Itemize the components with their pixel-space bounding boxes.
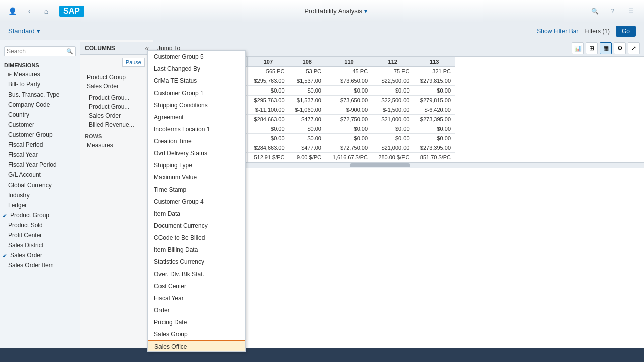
back-icon[interactable]: ‹ bbox=[23, 5, 35, 17]
show-filter-bar-btn[interactable]: Show Filter Bar bbox=[537, 28, 578, 35]
ctx2-item-statistics-currency[interactable]: Statistics Currency bbox=[148, 256, 245, 268]
ctx2-item-creation-time[interactable]: Creation Time bbox=[148, 135, 245, 147]
ctx2-item-label: Maximum Value bbox=[154, 174, 197, 181]
left-sidebar: 🔍 DIMENSIONS ▶ MeasuresBill-To PartyBus.… bbox=[0, 40, 80, 362]
main-layout: 🔍 DIMENSIONS ▶ MeasuresBill-To PartyBus.… bbox=[0, 40, 644, 362]
ctx2-item-time-stamp[interactable]: Time Stamp bbox=[148, 184, 245, 196]
ctx2-item-label: CrMa TE Status bbox=[154, 77, 197, 84]
check-mark: ✓ bbox=[3, 213, 7, 218]
ctx2-item-order[interactable]: Order bbox=[148, 304, 245, 316]
sidebar-item-global-currency[interactable]: Global Currency bbox=[0, 180, 80, 190]
ctx2-item-over-dlv-blk-stat[interactable]: Over. Dlv. Blk Stat. bbox=[148, 268, 245, 280]
sidebar-item-fiscal-year-period[interactable]: Fiscal Year Period bbox=[0, 160, 80, 170]
ctx2-item-customer-group-1[interactable]: Customer Group 1 bbox=[148, 87, 245, 99]
sidebar-item-measures[interactable]: ▶ Measures bbox=[0, 69, 80, 79]
sidebar-item-customer-group[interactable]: Customer Group bbox=[0, 130, 80, 140]
sidebar-item-ledger[interactable]: Ledger bbox=[0, 200, 80, 210]
ctx2-item-shipping-conditions[interactable]: Shipping Conditions bbox=[148, 99, 245, 111]
ctx2-item-customer-group-4[interactable]: Customer Group 4 bbox=[148, 196, 245, 208]
ctx2-item-ccode-to-be-billed[interactable]: CCode to Be Billed bbox=[148, 232, 245, 244]
sidebar-item-industry[interactable]: Industry bbox=[0, 190, 80, 200]
sidebar-item-country[interactable]: Country bbox=[0, 110, 80, 120]
col-item-sales-order[interactable]: Sales Order bbox=[85, 82, 149, 91]
table-cell: 280.00 $/PC bbox=[372, 153, 414, 162]
sidebar-item-gl-account[interactable]: G/L Account bbox=[0, 170, 80, 180]
ctx2-item-incoterms-location-1[interactable]: Incoterms Location 1 bbox=[148, 123, 245, 135]
help-icon[interactable]: ? bbox=[606, 4, 620, 18]
ctx2-item-customer-group-5[interactable]: Customer Group 5 bbox=[148, 51, 245, 63]
sidebar-item-bill-to-party[interactable]: Bill-To Party bbox=[0, 79, 80, 89]
search-input[interactable] bbox=[7, 48, 66, 55]
ctx2-item-item-billing-data[interactable]: Item Billing Data bbox=[148, 244, 245, 256]
ctx2-item-ovrl-delivery-status[interactable]: Ovrl Delivery Status bbox=[148, 147, 245, 159]
sidebar-item-sales-order[interactable]: ✓Sales Order bbox=[0, 250, 80, 260]
ctx2-item-sales-group[interactable]: Sales Group bbox=[148, 328, 245, 340]
sidebar-item-company-code[interactable]: Company Code bbox=[0, 100, 80, 110]
sidebar-item-bus-transac-type[interactable]: Bus. Transac. Type bbox=[0, 89, 80, 100]
top-bar-left: 👤 ‹ ⌂ SAP bbox=[6, 5, 84, 17]
col-item-product-group[interactable]: Product Group bbox=[85, 73, 149, 82]
top-bar-right: 🔍 ? ☰ bbox=[588, 4, 638, 18]
table-cell: $273,395.00 bbox=[414, 115, 455, 124]
sidebar-item-fiscal-year[interactable]: Fiscal Year bbox=[0, 150, 80, 160]
table-cell: $0.00 bbox=[289, 124, 326, 134]
table-cell: 321 PC bbox=[414, 67, 455, 76]
scroll-thumb bbox=[350, 163, 410, 167]
ctx2-item-agreement[interactable]: Agreement bbox=[148, 111, 245, 123]
ctx2-item-label: Order bbox=[154, 307, 170, 314]
ctx2-item-label: Agreement bbox=[154, 114, 184, 121]
sidebar-item-sales-district[interactable]: Sales District bbox=[0, 240, 80, 250]
ctx2-item-item-data[interactable]: Item Data bbox=[148, 208, 245, 220]
search-top-icon[interactable]: 🔍 bbox=[588, 4, 602, 18]
go-button[interactable]: Go bbox=[616, 26, 636, 37]
col-sub-item-1: Product Grou... bbox=[87, 93, 149, 102]
sidebar-item-fiscal-period[interactable]: Fiscal Period bbox=[0, 140, 80, 150]
rows-measures-item[interactable]: Measures bbox=[85, 141, 149, 150]
search-icon: 🔍 bbox=[66, 48, 73, 55]
ctx2-item-last-changed-by[interactable]: Last Changed By bbox=[148, 63, 245, 75]
table-cell: $73,650.00 bbox=[326, 96, 372, 105]
ctx2-item-pricing-date[interactable]: Pricing Date bbox=[148, 316, 245, 328]
sidebar-item-profit-center[interactable]: Profit Center bbox=[0, 230, 80, 240]
table-chart-icon[interactable]: ⊞ bbox=[586, 42, 598, 54]
ctx2-item-label: Last Changed By bbox=[154, 65, 200, 72]
grid-chart-icon[interactable]: ▦ bbox=[600, 42, 612, 54]
sidebar-item-customer[interactable]: Customer bbox=[0, 120, 80, 130]
sidebar-item-product-group[interactable]: ✓Product Group bbox=[0, 210, 80, 220]
menu-icon[interactable]: ☰ bbox=[624, 4, 638, 18]
sidebar-item-sales-order-item[interactable]: Sales Order Item bbox=[0, 260, 80, 270]
ctx2-item-shipping-type[interactable]: Shipping Type bbox=[148, 159, 245, 171]
table-header-112: 112 bbox=[372, 57, 414, 67]
col-sub-item-2: Product Grou... bbox=[87, 102, 149, 111]
middle-panel: COLUMNS « Pause Product GroupSales Order… bbox=[80, 40, 153, 362]
table-cell: $477.00 bbox=[289, 115, 326, 124]
standard-dropdown[interactable]: Standard ▾ bbox=[8, 27, 40, 35]
col-sub-items: Product Grou... Product Grou... Sales Or… bbox=[85, 93, 149, 129]
table-cell: $0.00 bbox=[326, 124, 372, 134]
table-cell: $0.00 bbox=[289, 86, 326, 96]
profitability-dropdown[interactable]: ▾ bbox=[364, 8, 367, 15]
table-cell: $295,763.00 bbox=[248, 76, 289, 86]
ctx2-item-fiscal-year[interactable]: Fiscal Year bbox=[148, 292, 245, 304]
home-icon[interactable]: ⌂ bbox=[40, 5, 52, 17]
pause-button[interactable]: Pause bbox=[122, 58, 145, 67]
ctx2-item-maximum-value[interactable]: Maximum Value bbox=[148, 171, 245, 184]
user-icon[interactable]: 👤 bbox=[6, 5, 18, 17]
ctx2-item-sales-office[interactable]: Sales Office bbox=[148, 340, 245, 352]
filters-badge: Filters (1) bbox=[584, 28, 610, 35]
context-menu-2: Customer Group 5Last Changed ByCrMa TE S… bbox=[147, 50, 246, 352]
table-cell: $477.00 bbox=[289, 143, 326, 153]
table-cell: $21,000.00 bbox=[372, 115, 414, 124]
ctx2-item-cost-center[interactable]: Cost Center bbox=[148, 280, 245, 292]
ctx2-item-document-currency[interactable]: Document Currency bbox=[148, 220, 245, 232]
table-cell: $0.00 bbox=[248, 124, 289, 134]
expand-icon[interactable]: ⤢ bbox=[628, 42, 640, 54]
settings-icon[interactable]: ⚙ bbox=[614, 42, 626, 54]
table-cell: $284,663.00 bbox=[248, 115, 289, 124]
ctx2-item-crma-te-status[interactable]: CrMa TE Status bbox=[148, 75, 245, 87]
table-cell: $-1,060.00 bbox=[289, 105, 326, 115]
ctx2-item-label: Incoterms Location 1 bbox=[154, 126, 210, 133]
table-cell: $273,395.00 bbox=[414, 143, 455, 153]
bar-chart-icon[interactable]: 📊 bbox=[572, 42, 584, 54]
sidebar-item-product-sold[interactable]: Product Sold bbox=[0, 220, 80, 230]
